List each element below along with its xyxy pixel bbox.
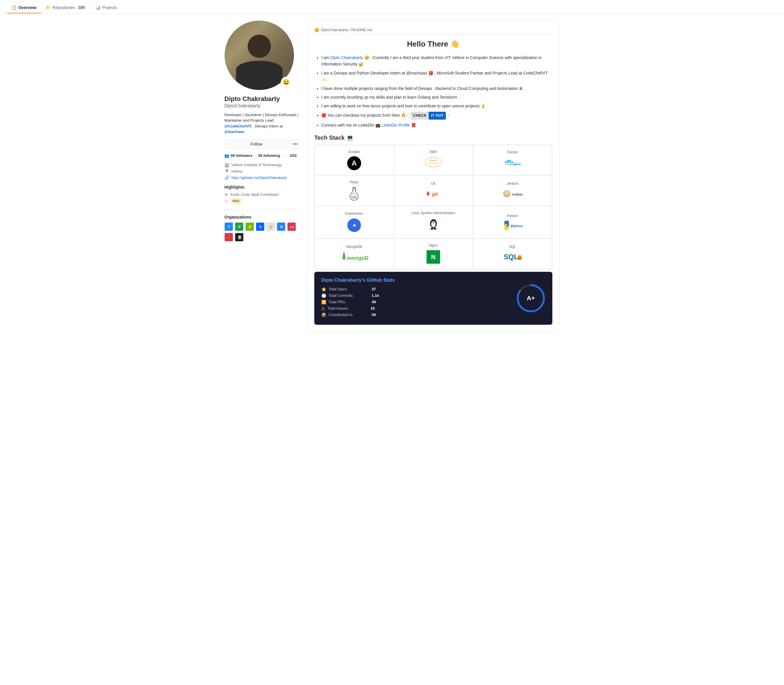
linux-name: Linux System Administration <box>412 211 455 215</box>
highlight-contributor: ✳ Arctic Code Vault Contributor <box>224 192 300 197</box>
stat-row-stars: ⭐ Total Stars: 37 <box>321 287 509 292</box>
tech-stack-section: Tech Stack 💻 Ansible A AWS <box>314 134 552 269</box>
org-6[interactable]: H <box>277 222 286 231</box>
tab-repositories[interactable]: 📁 Repositories 100 <box>41 2 91 13</box>
nginx-logo: N <box>426 250 441 264</box>
stats-title: Dipto Chakrabarty's GitHub Stats <box>321 278 509 283</box>
check-it-out-button[interactable]: CHECK IT OUT <box>411 112 446 120</box>
arctic-icon: ✳ <box>224 192 228 197</box>
projects-icon: 📊 <box>96 5 101 10</box>
ansible-icon: A <box>347 156 361 170</box>
tech-stack-title: Tech Stack 💻 <box>314 134 552 141</box>
docker-svg: docker <box>504 157 521 170</box>
stars-count-link[interactable]: 633 <box>291 153 297 158</box>
svg-rect-6 <box>507 160 509 161</box>
svg-text:amazon: amazon <box>429 159 437 161</box>
profile-meta: 🏢 Vellore Institute of Technology 📍 vell… <box>224 163 300 180</box>
tab-overview[interactable]: 📋 Overview <box>7 2 41 13</box>
sep2: · <box>282 153 284 158</box>
org-7[interactable]: LO <box>287 222 296 231</box>
svg-point-24 <box>432 222 434 224</box>
svg-point-22 <box>432 222 433 223</box>
more-button[interactable]: ••• <box>291 140 300 149</box>
highlights-title: Highlights <box>224 185 300 190</box>
following-label: following <box>263 153 280 158</box>
linkedin-link[interactable]: LinkeDin Profile <box>381 123 410 127</box>
tech-git: Git git <box>394 175 473 206</box>
follow-button[interactable]: Follow <box>224 140 288 148</box>
org-4[interactable]: in <box>256 222 265 231</box>
tech-jenkins: Jenkins Jenkins <box>473 175 552 206</box>
readme-header: 😊 DiptoChakrabarty / README.md <box>314 28 552 35</box>
tab-projects[interactable]: 📊 Projects <box>91 2 122 13</box>
list-item: I am Dipto Chakrabarty 😊 . Currently I a… <box>321 54 552 68</box>
bio-text-2: , Devops Intern at <box>252 124 282 128</box>
mongodb-logo: mongoDB <box>339 251 369 263</box>
git-svg: git <box>423 188 443 200</box>
ansible-logo: A <box>347 156 361 170</box>
mongodb-name: MongoDB <box>346 245 362 249</box>
tech-kubernetes: Kubernetes ⎈ <box>315 206 394 238</box>
org-3[interactable]: N <box>245 222 254 231</box>
stat-star-icon: ⭐ <box>321 287 326 292</box>
location-icon: 📍 <box>224 169 229 174</box>
stats-card: Dipto Chakrabarty's GitHub Stats ⭐ Total… <box>314 272 552 325</box>
stat-row-prs: 🔀 Total PRs: 49 <box>321 300 509 304</box>
stat-prs-icon: 🔀 <box>321 300 326 304</box>
jenkins-name: Jenkins <box>506 182 519 186</box>
aws-name: AWS <box>430 150 437 154</box>
tech-flask: Flask Flask <box>315 175 394 206</box>
follow-section: Follow ••• <box>224 140 300 149</box>
kubernetes-name: Kubernetes <box>345 211 363 216</box>
kubernetes-logo: ⎈ <box>347 218 362 232</box>
tech-sql: SQL SQL <box>473 238 552 269</box>
flask-svg: Flask <box>347 187 362 201</box>
star-icon: ☆ <box>286 153 289 158</box>
tab-projects-label: Projects <box>102 5 117 10</box>
repositories-badge: 100 <box>77 5 86 10</box>
flask-name: Flask <box>350 180 359 184</box>
flask-logo: Flask <box>347 187 362 201</box>
linux-svg <box>425 218 442 234</box>
stat-issues-label: Total Issues: <box>327 306 368 310</box>
stat-row-issues: ⚠ Total Issues: 18 <box>321 306 509 311</box>
followers-count-link[interactable]: 49 followers <box>230 153 252 158</box>
aws-icon: amazon web services <box>425 156 442 170</box>
stat-contributed-value: 59 <box>372 313 376 317</box>
organizations-section: Organizations F F N in 🌾 <box>224 215 300 242</box>
stat-issues-icon: ⚠ <box>321 306 325 311</box>
org-9[interactable]: 💀 <box>235 233 243 242</box>
svg-text:N: N <box>431 253 436 261</box>
top-nav: 📋 Overview 📁 Repositories 100 📊 Projects <box>0 0 784 13</box>
org-8[interactable]: 🔴 <box>224 233 233 242</box>
sql-svg: SQL <box>502 251 523 263</box>
readme-list: I am Dipto Chakrabarty 😊 . Currently I a… <box>314 54 552 128</box>
svg-text:git: git <box>432 192 438 197</box>
list-item-checkout: 🔴 You can checkout my projects from here… <box>321 112 552 120</box>
list-item: I am willing to work on free-lance proje… <box>321 103 552 109</box>
stat-stars-label: Total Stars: <box>329 287 369 291</box>
tech-row-2: Flask Flask Git <box>315 175 552 206</box>
name-link[interactable]: Dipto Chakrabarty <box>330 55 363 60</box>
org-5[interactable]: 🌾 <box>266 222 275 231</box>
stat-commits-icon: 🕐 <box>321 293 326 298</box>
sep: · <box>255 153 256 158</box>
stat-row-contributed: 📦 Contributed to: 59 <box>321 313 509 317</box>
list-item: I am a Devops and Python Developer Inter… <box>321 70 552 83</box>
svg-text:Jenkins: Jenkins <box>512 192 523 196</box>
linux-logo <box>425 218 442 234</box>
following-count-link[interactable]: 36 following <box>258 153 280 158</box>
grade-text: A+ <box>527 294 535 302</box>
pro-badge: PRO <box>230 199 242 203</box>
website-link[interactable]: https://gitstats.me/DiptoChakrabarty <box>231 176 287 180</box>
nginx-name: Nginx <box>429 243 438 247</box>
org-1[interactable]: F <box>224 222 233 231</box>
org-2[interactable]: F <box>235 222 243 231</box>
link-icon: 🔗 <box>224 175 229 180</box>
profile-bio: Developer | SysAdmin | Devops Enthusiast… <box>224 112 300 135</box>
stat-commits-label: Total Commits: <box>329 293 369 298</box>
stat-contributed-label: Contributed to: <box>329 313 369 317</box>
right-content: 😊 DiptoChakrabarty / README.md Hello The… <box>307 20 560 337</box>
readme-breadcrumb: DiptoChakrabarty / README.md <box>321 28 372 32</box>
sidebar: 😀 Dipto Chakrabarty DiptoChakrabarty Dev… <box>224 20 300 337</box>
